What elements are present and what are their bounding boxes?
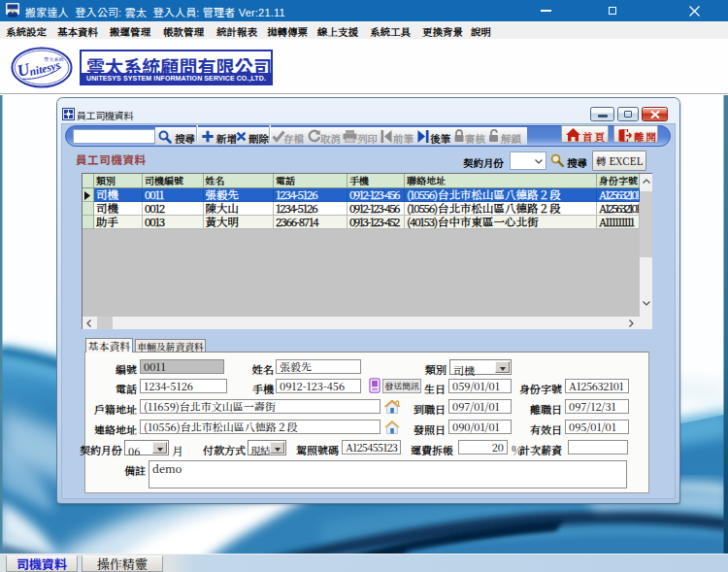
svg-text:雲太系統: 雲太系統 <box>44 55 64 62</box>
